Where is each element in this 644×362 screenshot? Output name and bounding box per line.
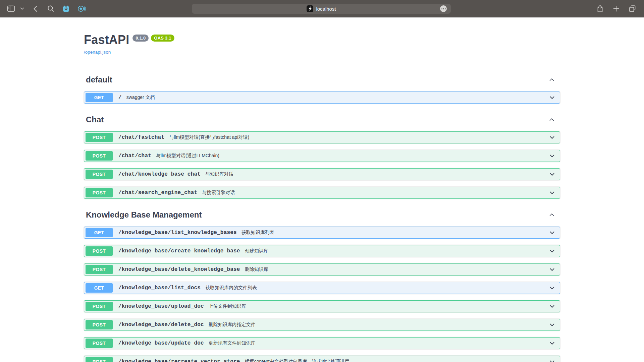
sections: default GET / swagger 文档 Chat xyxy=(84,72,560,362)
endpoint-path: /knowledge_base/update_doc xyxy=(118,340,204,346)
endpoint-row[interactable]: POST /chat/chat 与llm模型对话(通过LLMChain) xyxy=(84,150,560,162)
tab-overview-icon[interactable] xyxy=(627,3,638,14)
endpoint-path: /knowledge_base/delete_doc xyxy=(118,322,204,328)
chevron-down-icon[interactable] xyxy=(548,284,556,292)
section-title: Knowledge Base Management xyxy=(86,210,202,219)
section-header[interactable]: default xyxy=(84,72,560,88)
section-header[interactable]: Chat xyxy=(84,112,560,128)
method-badge: POST xyxy=(86,133,113,142)
method-badge: GET xyxy=(86,93,113,102)
openapi-spec-link[interactable]: /openapi.json xyxy=(84,50,111,55)
share-icon[interactable] xyxy=(594,3,606,14)
endpoint-description: 更新现有文件到知识库 xyxy=(209,340,256,346)
method-badge: POST xyxy=(86,320,113,329)
chevron-up-icon[interactable] xyxy=(548,211,555,219)
url-text: localhost xyxy=(316,6,336,12)
endpoint-path: /chat/knowledge_base_chat xyxy=(118,171,201,177)
endpoint-row[interactable]: POST /chat/knowledge_base_chat 与知识库对话 xyxy=(84,168,560,180)
chevron-up-icon[interactable] xyxy=(548,76,555,83)
site-favicon-lightning-icon xyxy=(307,5,313,12)
endpoint-path: /knowledge_base/upload_doc xyxy=(118,303,204,309)
sidebar-toggle-icon[interactable] xyxy=(5,3,17,14)
page-menu-ellipsis-icon[interactable] xyxy=(440,5,447,12)
chevron-down-icon[interactable] xyxy=(548,247,556,255)
endpoint-description: 创建知识库 xyxy=(245,248,268,254)
section-title: Chat xyxy=(86,115,104,124)
toolbar-right-group xyxy=(590,3,644,14)
endpoint-row[interactable]: POST /knowledge_base/recreate_vector_sto… xyxy=(84,356,560,362)
method-badge: POST xyxy=(86,246,113,256)
endpoint-row[interactable]: GET /knowledge_base/list_docs 获取知识库内的文件列… xyxy=(84,282,560,294)
endpoint-row[interactable]: GET /knowledge_base/list_knowledge_bases… xyxy=(84,227,560,239)
method-badge: POST xyxy=(86,170,113,179)
chevron-down-icon[interactable] xyxy=(548,303,556,310)
chevron-down-icon[interactable] xyxy=(548,266,556,273)
endpoint-path: /knowledge_base/list_knowledge_bases xyxy=(118,230,237,236)
chevron-down-icon[interactable] xyxy=(548,189,556,196)
section-rows: GET / swagger 文档 xyxy=(84,92,560,104)
endpoint-row[interactable]: POST /chat/fastchat 与llm模型对话(直接与fastchat… xyxy=(84,131,560,143)
endpoint-row[interactable]: POST /knowledge_base/delete_doc 删除知识库内指定… xyxy=(84,319,560,331)
endpoint-description: 与知识库对话 xyxy=(205,171,233,177)
endpoint-description: 获取知识库内的文件列表 xyxy=(205,285,257,291)
endpoint-path: /knowledge_base/recreate_vector_store xyxy=(118,359,240,362)
endpoint-row[interactable]: POST /knowledge_base/delete_knowledge_ba… xyxy=(84,263,560,276)
search-icon[interactable] xyxy=(45,3,56,14)
endpoint-row[interactable]: POST /chat/search_engine_chat 与搜索引擎对话 xyxy=(84,187,560,199)
chevron-down-icon[interactable] xyxy=(548,171,556,178)
endpoint-path: / xyxy=(118,95,122,101)
api-section: Chat POST /chat/fastchat 与llm模型对话(直接与fas… xyxy=(84,112,560,199)
toolbar-left-group xyxy=(0,3,87,14)
endpoint-row[interactable]: GET / swagger 文档 xyxy=(84,92,560,104)
section-rows: GET /knowledge_base/list_knowledge_bases… xyxy=(84,227,560,362)
section-title: default xyxy=(86,75,112,84)
address-bar[interactable]: localhost xyxy=(192,4,451,14)
method-badge: GET xyxy=(86,228,113,237)
chevron-down-icon[interactable] xyxy=(548,94,556,101)
endpoint-description: 与搜索引擎对话 xyxy=(202,190,235,196)
chevron-up-icon[interactable] xyxy=(548,116,555,123)
chevron-down-icon[interactable] xyxy=(548,134,556,141)
endpoint-row[interactable]: POST /knowledge_base/upload_doc 上传文件到知识库 xyxy=(84,300,560,312)
version-badge: 0.1.0 xyxy=(132,35,149,42)
method-badge: POST xyxy=(86,265,113,274)
browser-toolbar: localhost xyxy=(0,0,644,17)
method-badge: POST xyxy=(86,339,113,348)
chevron-down-icon[interactable] xyxy=(548,358,556,362)
endpoint-description: 根据content中文档重建向量库，流式输出处理进度。 xyxy=(245,359,354,362)
extension-bookmark-icon[interactable] xyxy=(60,3,72,14)
endpoint-description: 获取知识库列表 xyxy=(241,230,274,236)
new-tab-icon[interactable] xyxy=(610,3,622,14)
endpoint-path: /knowledge_base/create_knowledge_base xyxy=(118,248,240,254)
endpoint-description: 删除知识库内指定文件 xyxy=(209,322,256,328)
section-header[interactable]: Knowledge Base Management xyxy=(84,207,560,223)
api-section: Knowledge Base Management GET /knowledge… xyxy=(84,207,560,362)
method-badge: POST xyxy=(86,188,113,197)
chevron-down-icon[interactable] xyxy=(548,152,556,160)
chevron-down-icon[interactable] xyxy=(548,229,556,236)
chevron-down-icon[interactable] xyxy=(548,340,556,347)
swagger-page: FastAPI0.1.0OAS 3.1 /openapi.json defaul… xyxy=(84,17,560,362)
api-title-text: FastAPI xyxy=(84,33,129,47)
oas-badge: OAS 3.1 xyxy=(151,35,174,42)
endpoint-path: /chat/search_engine_chat xyxy=(118,190,197,196)
api-section: default GET / swagger 文档 xyxy=(84,72,560,104)
page-title: FastAPI0.1.0OAS 3.1 xyxy=(84,33,560,47)
back-icon[interactable] xyxy=(30,3,41,14)
chevron-down-icon[interactable] xyxy=(548,321,556,328)
method-badge: POST xyxy=(86,151,113,161)
chevron-down-icon[interactable] xyxy=(19,3,25,14)
method-badge: POST xyxy=(86,357,113,362)
extension-live-icon[interactable] xyxy=(76,3,87,14)
endpoint-row[interactable]: POST /knowledge_base/update_doc 更新现有文件到知… xyxy=(84,337,560,349)
endpoint-path: /chat/chat xyxy=(118,153,151,159)
endpoint-row[interactable]: POST /knowledge_base/create_knowledge_ba… xyxy=(84,245,560,257)
method-badge: POST xyxy=(86,302,113,311)
endpoint-description: 与llm模型对话(通过LLMChain) xyxy=(156,153,219,159)
endpoint-description: 上传文件到知识库 xyxy=(209,303,246,309)
endpoint-description: 删除知识库 xyxy=(245,266,268,273)
api-info: FastAPI0.1.0OAS 3.1 /openapi.json xyxy=(84,33,560,55)
method-badge: GET xyxy=(86,283,113,293)
endpoint-path: /chat/fastchat xyxy=(118,134,164,140)
endpoint-description: swagger 文档 xyxy=(126,95,155,101)
